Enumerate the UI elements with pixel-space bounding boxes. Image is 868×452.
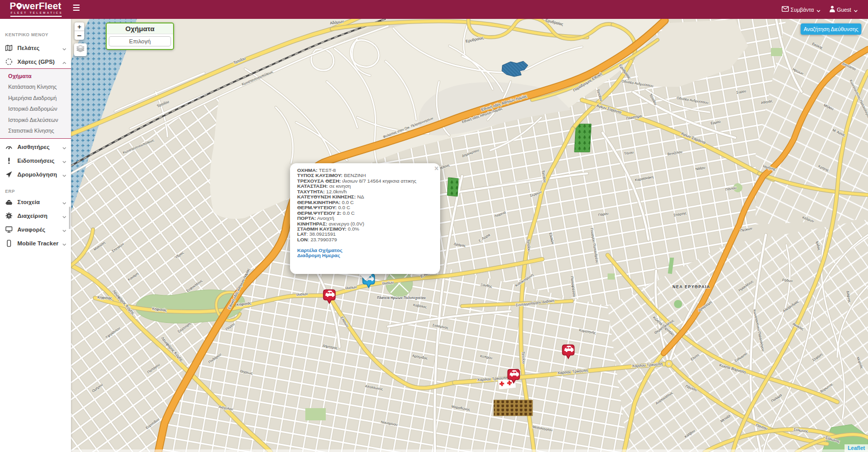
sidebar-item[interactable]: Mobile Tracker — [0, 236, 71, 250]
vehicle-select-button[interactable]: Επιλογή — [109, 36, 171, 46]
vehicle-popup: × ΟΧΗΜΑ: TEST-8ΤΥΠΟΣ ΚΑΥΣΙΜΟΥ: ΒΕΝΖΙΝΗΤΡ… — [290, 163, 440, 274]
map-attribution[interactable]: Leaflet — [845, 444, 868, 452]
chevron-down-icon — [62, 156, 66, 165]
popup-close-button[interactable]: × — [435, 165, 439, 172]
reports-icon — [5, 225, 13, 233]
brand-underline — [10, 16, 62, 17]
popup-link[interactable]: Διαδρομη Ημερας — [297, 253, 430, 258]
vehicles-panel-title: Οχήματα — [125, 25, 154, 33]
brand-text: werFleet — [22, 1, 62, 11]
chevron-down-icon — [62, 197, 66, 207]
chevron-down-icon — [62, 43, 66, 53]
vehicles-panel-body: Επιλογή — [107, 34, 173, 49]
admin-icon — [5, 212, 13, 219]
sidebar-section-label: ERP — [0, 181, 71, 195]
header-actions: Συμβάντα Guest — [782, 0, 858, 19]
envelope-icon — [782, 6, 789, 13]
chevron-down-icon — [62, 239, 66, 248]
place-label: Πλατεία Ηρώων Πολυτεχνείου — [377, 296, 425, 300]
allotment-area — [494, 400, 533, 416]
hamburger-bar — [73, 7, 80, 8]
sidebar-items-erp: Στοιχεία Διαχείριση Αναφορές Mobile Trac… — [0, 195, 71, 250]
brand-name: PwerFleet — [10, 1, 63, 11]
zoom-out-button[interactable]: − — [75, 31, 84, 40]
records-icon — [5, 198, 13, 206]
sidebar-item-label: Ειδοποιήσεις — [17, 158, 55, 164]
chevron-down-icon — [854, 7, 858, 13]
sidebar-item[interactable]: Χάρτες (GPS) — [0, 55, 71, 68]
sidebar-item[interactable]: Ειδοποιήσεις — [0, 154, 71, 167]
sidebar-item-label: Χάρτες (GPS) — [17, 59, 55, 65]
street-label: Τατοΐου — [521, 351, 526, 364]
attribution-strip — [71, 449, 868, 452]
menu-toggle-button[interactable] — [71, 5, 84, 15]
popup-links: Καρτέλα ΟχήματοςΔιαδρομη Ημερας — [297, 248, 430, 259]
sidebar-item[interactable]: Αισθητήρες — [0, 140, 71, 154]
maps-icon — [5, 58, 13, 65]
customers-icon — [5, 44, 13, 52]
submenu-item[interactable]: Οχήματα — [0, 71, 71, 82]
chevron-down-icon — [62, 170, 66, 179]
zoom-in-button[interactable]: + — [75, 22, 84, 31]
layers-control[interactable] — [74, 43, 87, 56]
mobile-icon — [5, 239, 13, 247]
map-container[interactable]: ΤατοΐουΤατοΐουΚωνσταντινουπόλεωςΚωνσταντ… — [71, 19, 868, 452]
hamburger-bar — [73, 5, 80, 6]
brand-logo: PwerFleet FLEET TELEMATICS — [10, 1, 63, 17]
user-icon — [829, 6, 835, 13]
chevron-up-icon — [62, 57, 66, 66]
events-menu[interactable]: Συμβάντα — [782, 6, 821, 13]
chevron-down-icon — [816, 7, 821, 13]
alerts-icon — [5, 157, 13, 164]
sidebar-item-label: Αισθητήρες — [17, 144, 50, 150]
routing-icon — [5, 170, 13, 178]
submenu-item[interactable]: Ιστορικό Διαδρομών — [0, 104, 71, 114]
events-label: Συμβάντα — [790, 7, 814, 13]
submenu-item[interactable]: Κατάσταση Κίνησης — [0, 82, 71, 92]
maps-submenu: Οχήματα Κατάσταση Κίνησης Ημερήσια Διαδρ… — [0, 68, 71, 139]
sidebar-items-mid: Αισθητήρες Ειδοποιήσεις Δρομολόγηση — [0, 140, 71, 181]
vehicles-panel-header: Οχήματα — [107, 23, 173, 34]
sidebar-item-label: Πελάτες — [17, 45, 40, 51]
sidebar: ΚΕΝΤΡΙΚΟ ΜΕΝΟΥ Πελάτες Χάρτες (GPS) Οχήμ… — [0, 19, 71, 452]
sidebar-item[interactable]: Πελάτες — [0, 41, 71, 55]
sidebar-item[interactable]: Στοιχεία — [0, 195, 71, 209]
map-canvas[interactable]: ΤατοΐουΤατοΐουΚωνσταντινουπόλεωςΚωνσταντ… — [71, 19, 868, 452]
place-label: ΝΕΑ ΕΡΥΘΡΑΙΑ — [672, 285, 710, 289]
user-menu[interactable]: Guest — [829, 6, 858, 13]
submenu-item[interactable]: Στατιστικά Κίνησης — [0, 125, 71, 136]
sensors-icon — [5, 143, 13, 150]
sidebar-item[interactable]: Διαχείριση — [0, 209, 71, 222]
chevron-down-icon — [62, 142, 66, 152]
sidebar-item[interactable]: Αναφορές — [0, 222, 71, 236]
user-label: Guest — [837, 7, 851, 13]
popup-field: LON: 23.7990379 — [297, 237, 430, 242]
brand-text: P — [10, 1, 16, 11]
submenu-item[interactable]: Ιστορικό Διελεύσεων — [0, 115, 71, 125]
chevron-down-icon — [62, 211, 66, 220]
brand-tagline: FLEET TELEMATICS — [11, 11, 63, 14]
submenu-item[interactable]: Ημερήσια Διαδρομή — [0, 93, 71, 104]
sidebar-item[interactable]: Δρομολόγηση — [0, 167, 71, 181]
sidebar-item-label: Δρομολόγηση — [17, 171, 57, 178]
sidebar-scrollbar[interactable] — [69, 207, 70, 229]
popup-fields: ΟΧΗΜΑ: TEST-8ΤΥΠΟΣ ΚΑΥΣΙΜΟΥ: ΒΕΝΖΙΝΗΤΡΕΧ… — [297, 168, 430, 242]
vehicles-panel: Οχήματα Επιλογή — [106, 22, 174, 50]
sidebar-items-main: Πελάτες Χάρτες (GPS) — [0, 41, 71, 68]
sidebar-section-label: ΚΕΝΤΡΙΚΟ ΜΕΝΟΥ — [0, 19, 71, 37]
popup-content: ΟΧΗΜΑ: TEST-8ΤΥΠΟΣ ΚΑΥΣΙΜΟΥ: ΒΕΝΖΙΝΗΤΡΕΧ… — [290, 163, 440, 259]
sidebar-item-label: Mobile Tracker — [17, 240, 59, 246]
address-search-button[interactable]: Αναζήτηση Διεύθυνσης — [801, 23, 861, 35]
sidebar-item-label: Διαχείριση — [17, 213, 47, 219]
hamburger-bar — [73, 10, 80, 11]
zoom-control: + − — [75, 22, 84, 40]
top-bar: PwerFleet FLEET TELEMATICS Συμβάντα Gues… — [0, 0, 868, 19]
layers-icon — [76, 44, 85, 55]
sidebar-item-label: Στοιχεία — [17, 199, 40, 205]
sidebar-item-label: Αναφορές — [17, 227, 45, 233]
chevron-down-icon — [62, 225, 66, 234]
